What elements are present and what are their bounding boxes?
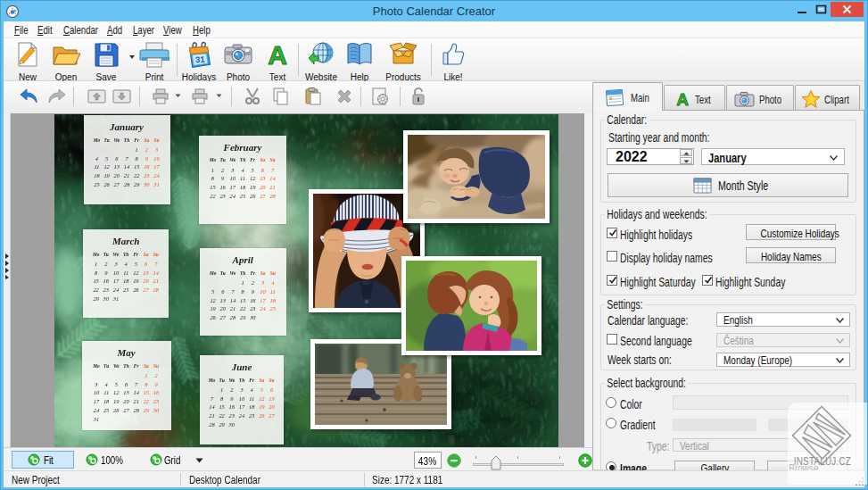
svg-text:A: A (268, 40, 287, 69)
svg-text:INSTALUJ.CZ: INSTALUJ.CZ (794, 456, 851, 468)
svg-text:A: A (676, 90, 689, 108)
svg-text:31: 31 (195, 54, 206, 65)
